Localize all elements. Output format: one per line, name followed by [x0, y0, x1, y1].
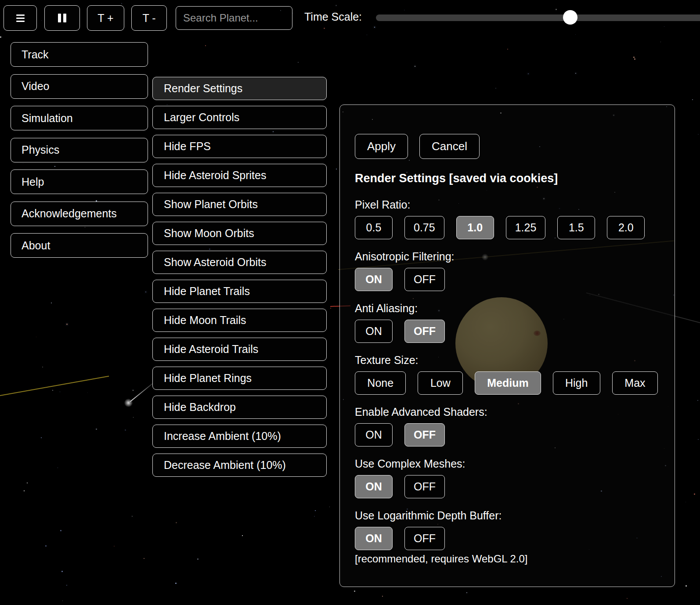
cancel-button[interactable]: Cancel — [419, 134, 480, 159]
star — [41, 437, 42, 438]
sidebar-item-simulation[interactable]: Simulation — [11, 106, 148, 130]
option-enable-advanced-shaders-off[interactable]: OFF — [404, 423, 445, 447]
menu-item-hide-asteroid-trails[interactable]: Hide Asteroid Trails — [152, 338, 327, 361]
option-texture-size-medium[interactable]: Medium — [475, 371, 541, 395]
star — [52, 390, 53, 391]
star — [415, 66, 415, 67]
menu-item-hide-planet-trails[interactable]: Hide Planet Trails — [152, 280, 327, 303]
menu-item-show-asteroid-orbits[interactable]: Show Asteroid Orbits — [152, 251, 327, 274]
option-use-complex-meshes-on[interactable]: ON — [355, 475, 393, 498]
menu-item-increase-ambient-10[interactable]: Increase Ambient (10%) — [152, 425, 327, 448]
option-pixel-ratio-1-25[interactable]: 1.25 — [506, 216, 546, 239]
star — [42, 367, 43, 367]
star — [528, 73, 529, 74]
sidebar-item-physics[interactable]: Physics — [11, 138, 148, 162]
star — [87, 393, 88, 393]
star — [114, 546, 115, 547]
star — [132, 516, 133, 517]
menu-item-render-settings[interactable]: Render Settings — [152, 77, 327, 100]
menu-item-decrease-ambient-10[interactable]: Decrease Ambient (10%) — [152, 454, 327, 477]
option-texture-size-none[interactable]: None — [355, 371, 406, 395]
hamburger-icon — [16, 14, 25, 22]
setting-label-anisotropic-filtering: Anisotropic Filtering: — [355, 250, 658, 263]
time-faster-button[interactable]: T + — [87, 5, 124, 31]
star — [575, 34, 576, 35]
star — [197, 558, 198, 560]
menu-button[interactable] — [4, 5, 37, 31]
star — [61, 571, 63, 572]
sidebar-item-track[interactable]: Track — [11, 42, 148, 67]
option-anisotropic-filtering-on[interactable]: ON — [355, 268, 393, 291]
star — [575, 73, 576, 74]
option-anti-aliasing-off[interactable]: OFF — [404, 320, 445, 343]
star — [125, 429, 126, 431]
setting-options-enable-advanced-shaders: ONOFF — [355, 423, 658, 447]
time-slower-button[interactable]: T - — [131, 5, 167, 31]
option-texture-size-max[interactable]: Max — [612, 371, 658, 395]
menu-item-show-planet-orbits[interactable]: Show Planet Orbits — [152, 193, 327, 216]
menu-item-hide-asteroid-sprites[interactable]: Hide Asteroid Sprites — [152, 164, 327, 187]
pause-button[interactable] — [44, 5, 80, 31]
sidebar-item-video[interactable]: Video — [11, 74, 148, 99]
star — [694, 493, 695, 495]
setting-label-use-complex-meshes: Use Complex Meshes: — [355, 457, 658, 470]
sidebar-item-help[interactable]: Help — [11, 169, 148, 194]
option-use-logarithmic-depth-buffer-off[interactable]: OFF — [404, 527, 445, 550]
star — [336, 169, 337, 169]
menu-item-larger-controls[interactable]: Larger Controls — [152, 106, 327, 129]
star — [466, 592, 467, 593]
option-use-complex-meshes-off[interactable]: OFF — [404, 475, 445, 498]
search-planet-input[interactable] — [176, 6, 292, 30]
menu-item-show-moon-orbits[interactable]: Show Moon Orbits — [152, 222, 327, 245]
star — [66, 585, 67, 586]
option-texture-size-high[interactable]: High — [553, 371, 600, 395]
render-settings-panel: Apply Cancel Render Settings [saved via … — [339, 104, 675, 587]
time-scale-slider[interactable] — [376, 14, 700, 21]
star — [686, 585, 687, 587]
apply-button[interactable]: Apply — [355, 134, 408, 159]
option-pixel-ratio-2-0[interactable]: 2.0 — [607, 216, 645, 239]
option-pixel-ratio-0-5[interactable]: 0.5 — [355, 216, 393, 239]
star — [24, 490, 25, 491]
star — [205, 45, 206, 46]
menu-item-hide-backdrop[interactable]: Hide Backdrop — [152, 396, 327, 419]
menu-item-hide-fps[interactable]: Hide FPS — [152, 135, 327, 158]
star — [698, 134, 699, 135]
menu-item-hide-planet-rings[interactable]: Hide Planet Rings — [152, 367, 327, 390]
webgl-note: [recommended, requires WebGL 2.0] — [355, 553, 658, 565]
option-pixel-ratio-1-5[interactable]: 1.5 — [557, 216, 595, 239]
comet-icon — [124, 399, 133, 407]
star — [27, 483, 28, 483]
option-texture-size-low[interactable]: Low — [418, 371, 463, 395]
setting-label-use-logarithmic-depth-buffer: Use Logarithmic Depth Buffer: — [355, 509, 658, 522]
star — [60, 530, 61, 531]
setting-options-use-logarithmic-depth-buffer: ONOFF — [355, 527, 658, 550]
star — [51, 302, 52, 303]
time-scale-label: Time Scale: — [304, 11, 362, 23]
option-use-logarithmic-depth-buffer-on[interactable]: ON — [355, 527, 393, 550]
star — [354, 591, 355, 592]
menu-item-hide-moon-trails[interactable]: Hide Moon Trails — [152, 309, 327, 332]
sidebar-item-acknowledgements[interactable]: Acknowledgements — [11, 202, 148, 226]
settings-groups: Pixel Ratio:0.50.751.01.251.52.0Anisotro… — [355, 198, 658, 565]
star — [315, 510, 316, 511]
star — [686, 502, 686, 502]
star — [633, 57, 635, 58]
setting-options-anisotropic-filtering: ONOFF — [355, 268, 658, 291]
star — [374, 27, 375, 28]
star — [336, 5, 337, 6]
star — [145, 292, 146, 292]
star — [329, 507, 330, 507]
option-pixel-ratio-0-75[interactable]: 0.75 — [404, 216, 444, 239]
setting-label-pixel-ratio: Pixel Ratio: — [355, 198, 658, 211]
star — [62, 601, 63, 601]
sidebar-item-about[interactable]: About — [11, 233, 148, 258]
star — [133, 390, 134, 391]
option-anisotropic-filtering-off[interactable]: OFF — [404, 268, 445, 291]
sidebar: TrackVideoSimulationPhysicsHelpAcknowled… — [11, 42, 148, 258]
star — [36, 337, 36, 337]
option-anti-aliasing-on[interactable]: ON — [355, 320, 393, 343]
option-pixel-ratio-1-0[interactable]: 1.0 — [456, 216, 494, 239]
option-enable-advanced-shaders-on[interactable]: ON — [355, 423, 393, 447]
star — [697, 400, 698, 401]
